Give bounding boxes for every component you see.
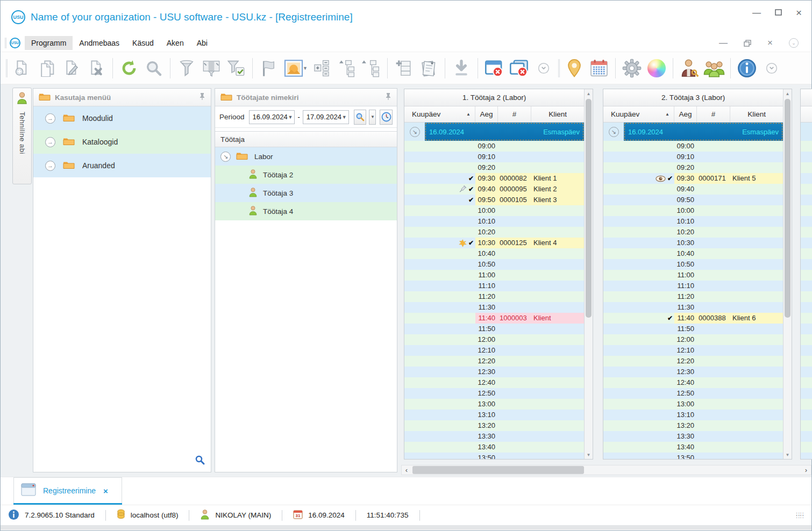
schedule-row[interactable]: 09:40	[603, 184, 783, 195]
schedule-row[interactable]: 13:00	[603, 399, 783, 410]
schedule-row[interactable]: 11:50	[404, 324, 584, 334]
schedule-row[interactable]: 13:40	[404, 442, 584, 453]
search-button[interactable]	[354, 110, 367, 125]
date-from-combobox[interactable]: 16.09.2024 ▼	[249, 110, 295, 124]
collapse-icon[interactable]: ↘	[220, 152, 231, 162]
schedule-row[interactable]: ✔09:300000171Klient 5	[603, 173, 783, 184]
schedule-row[interactable]: 09:00	[603, 141, 783, 152]
close-all-windows-icon[interactable]	[507, 56, 531, 81]
filter-icon[interactable]	[174, 56, 199, 81]
column-header-kuupaev[interactable]: Kuupäev▲	[404, 106, 475, 122]
notes-icon[interactable]	[416, 56, 441, 81]
add-row-icon[interactable]	[391, 56, 416, 81]
menu-item-ksud[interactable]: Käsud	[126, 36, 160, 50]
delete-document-icon[interactable]	[84, 56, 109, 81]
schedule-row[interactable]: 09:00	[404, 141, 584, 152]
menu-item-aken[interactable]: Aken	[160, 36, 190, 50]
resize-grip[interactable]: ∷∷∷∷	[796, 513, 804, 518]
column-header-kuupaev[interactable]: Kuupäev▲	[603, 106, 674, 122]
close-button[interactable]: ×	[796, 8, 802, 18]
column-header-number[interactable]: #	[498, 106, 531, 122]
refresh-icon[interactable]	[117, 56, 141, 81]
schedule-row[interactable]: 11:10	[404, 281, 584, 291]
schedule-row[interactable]: 12:30	[603, 367, 783, 377]
user-group-icon[interactable]	[702, 56, 726, 81]
menu-item-programm[interactable]: Programm	[25, 36, 73, 50]
horizontal-scroll-thumb[interactable]	[412, 466, 584, 474]
flag-icon[interactable]	[257, 56, 281, 81]
menu-item-andmebaas[interactable]: Andmebaas	[73, 36, 126, 50]
maximize-button[interactable]	[775, 8, 782, 18]
schedule-row[interactable]: 13:30	[404, 431, 584, 442]
collapse-icon[interactable]: ↘	[410, 127, 420, 137]
vertical-scroll-thumb[interactable]	[785, 99, 790, 318]
schedule-row[interactable]: 10:50	[404, 259, 584, 270]
schedule-clock-button[interactable]	[380, 110, 393, 125]
schedule-row[interactable]: 12:30	[404, 367, 584, 377]
expand-groups-icon[interactable]	[309, 56, 334, 81]
scroll-right-icon[interactable]: ›	[801, 466, 811, 474]
column-header-aeg[interactable]: Aeg	[674, 106, 697, 122]
schedule-row[interactable]: 10:10	[603, 216, 783, 227]
schedule-row[interactable]: 11:00	[603, 270, 783, 281]
mdi-minimize-button[interactable]: —	[719, 38, 728, 48]
menu-item-abi[interactable]: Abi	[190, 36, 214, 50]
column-header-aeg[interactable]: Aeg	[475, 106, 498, 122]
mdi-close-button[interactable]: ×	[767, 38, 773, 48]
search-icon[interactable]	[195, 455, 205, 468]
schedule-row[interactable]: 13:50	[603, 453, 783, 459]
schedule-row[interactable]: 10:30	[603, 238, 783, 248]
minimize-button[interactable]: —	[752, 8, 761, 18]
tech-support-tab[interactable]: Tehniline abi	[12, 88, 32, 184]
sidebar-item-kataloogid[interactable]: →Kataloogid	[33, 130, 211, 154]
schedule-row[interactable]: 10:00	[404, 205, 584, 216]
schedule-row[interactable]: 11:30	[404, 302, 584, 313]
chevron-circle-icon[interactable]	[531, 56, 556, 81]
schedule-row[interactable]: 11:20	[603, 291, 783, 302]
schedule-row[interactable]: 10:40	[603, 248, 783, 259]
copy-document-icon[interactable]	[34, 56, 59, 81]
color-palette-icon[interactable]	[644, 56, 669, 81]
tab-close-icon[interactable]: ×	[103, 486, 108, 496]
vertical-scrollbar[interactable]: ▲▼	[783, 89, 792, 459]
schedule-row[interactable]: 13:20	[603, 420, 783, 431]
schedule-row[interactable]: 10:40	[404, 248, 584, 259]
schedule-row[interactable]: 12:20	[404, 356, 584, 367]
schedule-row[interactable]: 12:20	[603, 356, 783, 367]
schedule-row[interactable]: 12:00	[603, 334, 783, 345]
expand-icon[interactable]: →	[45, 137, 55, 147]
info-icon[interactable]	[735, 56, 759, 81]
mdi-restore-button[interactable]	[744, 40, 751, 47]
schedule-row[interactable]: 13:20	[404, 420, 584, 431]
schedule-row[interactable]: 09:10	[404, 152, 584, 162]
search-dropdown-button[interactable]: ▼	[369, 110, 376, 125]
scroll-up-icon[interactable]: ▲	[786, 89, 790, 98]
collapse-icon[interactable]: ↘	[609, 127, 619, 137]
schedule-row[interactable]: 10:50	[603, 259, 783, 270]
schedule-row[interactable]: 10:10	[404, 216, 584, 227]
schedule-row[interactable]: 11:401000003Klient	[404, 313, 584, 324]
schedule-row[interactable]: 12:50	[603, 388, 783, 399]
schedule-date-row[interactable]: ↘16.09.2024Esmaspäev	[603, 123, 783, 141]
mdi-menu-chevron[interactable]: ⌄	[789, 38, 799, 48]
schedule-row[interactable]: 09:20	[404, 162, 584, 173]
search-icon[interactable]	[141, 56, 166, 81]
sidebar-item-aruanded[interactable]: →Aruanded	[33, 154, 211, 177]
download-icon[interactable]	[449, 56, 474, 81]
employee-group-labor[interactable]: ↘Labor	[215, 147, 397, 166]
schedule-row[interactable]: 13:40	[603, 442, 783, 453]
scroll-left-icon[interactable]: ‹	[402, 466, 411, 474]
location-pin-icon[interactable]	[562, 56, 587, 81]
settings-gear-icon[interactable]	[619, 56, 644, 81]
scroll-down-icon[interactable]: ▼	[587, 450, 591, 459]
schedule-row[interactable]: 11:00	[404, 270, 584, 281]
schedule-row[interactable]: 11:50	[603, 324, 783, 334]
employee-item-2[interactable]: Töötaja 2	[215, 166, 397, 184]
schedule-row[interactable]: 13:00	[404, 399, 584, 410]
vertical-scrollbar[interactable]: ▲▼	[584, 89, 593, 459]
expand-icon[interactable]: →	[45, 161, 55, 171]
column-header-klient[interactable]: Klient	[730, 106, 783, 122]
schedule-row[interactable]: 12:00	[404, 334, 584, 345]
expand-icon[interactable]: →	[45, 113, 55, 124]
employee-item-4[interactable]: Töötaja 4	[215, 202, 397, 220]
